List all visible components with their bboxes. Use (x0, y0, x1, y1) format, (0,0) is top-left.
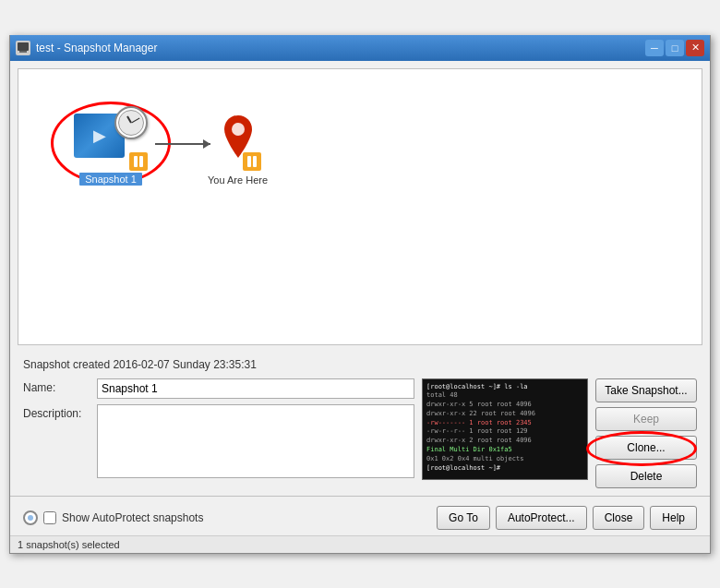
svg-point-3 (28, 515, 33, 521)
close-button[interactable]: Close (593, 506, 645, 530)
name-row: Name: (23, 378, 414, 399)
description-row: Description: (23, 404, 414, 478)
radio-indicator (27, 514, 34, 522)
app-icon (16, 41, 30, 55)
go-to-button[interactable]: Go To (437, 506, 490, 530)
svg-rect-0 (18, 42, 29, 51)
show-autoprotect-label: Show AutoProtect snapshots (62, 511, 203, 524)
clock-icon (114, 106, 148, 139)
autoprotect-radio[interactable] (23, 510, 38, 525)
close-window-button[interactable]: ✕ (686, 40, 704, 56)
snapshot1-icon (74, 106, 148, 171)
svg-rect-1 (19, 51, 27, 53)
snapshot-created-text: Snapshot created 2016-02-07 Sunday 23:35… (23, 358, 697, 371)
info-section: Snapshot created 2016-02-07 Sunday 23:35… (10, 353, 710, 492)
snapshot1-node[interactable]: Snapshot 1 (74, 106, 148, 186)
form-area: Name: Description: [root@localhost ~]# l… (23, 378, 697, 488)
pause-bar-left (134, 156, 138, 167)
here-pause-bar-left (247, 156, 251, 167)
here-pause-icon (243, 152, 261, 171)
clone-btn-wrapper: Clone... (595, 436, 697, 460)
pause-bar-right (139, 156, 143, 167)
action-buttons: Take Snapshot... Keep Clone... Delete (595, 378, 697, 488)
title-bar: test - Snapshot Manager ─ □ ✕ (10, 35, 710, 61)
status-text: 1 snapshot(s) selected (18, 539, 120, 550)
svg-point-2 (232, 123, 245, 136)
help-button[interactable]: Help (650, 506, 697, 530)
here-pause-bar-right (253, 156, 257, 167)
clock-hand-minute (131, 117, 139, 123)
here-icon-container (215, 115, 261, 171)
preview-image: [root@localhost ~]# ls -la total 48 drwx… (422, 378, 588, 480)
clone-button[interactable]: Clone... (595, 436, 697, 460)
keep-button[interactable]: Keep (595, 407, 697, 431)
divider (10, 496, 710, 497)
form-fields: Name: Description: (23, 378, 414, 488)
snapshot1-label: Snapshot 1 (79, 173, 142, 186)
delete-button[interactable]: Delete (595, 464, 697, 488)
show-autoprotect-checkbox[interactable] (43, 511, 56, 524)
name-label: Name: (23, 378, 97, 394)
pause-icon (129, 152, 148, 171)
title-bar-left: test - Snapshot Manager (16, 41, 157, 55)
name-input[interactable] (97, 378, 414, 399)
terminal-preview: [root@localhost ~]# ls -la total 48 drwx… (423, 379, 587, 479)
title-bar-buttons: ─ □ ✕ (645, 40, 704, 56)
maximize-button[interactable]: □ (666, 40, 684, 56)
bottom-bar: Show AutoProtect snapshots Go To AutoPro… (10, 500, 710, 535)
snapshot-canvas: Snapshot 1 You Are (18, 68, 702, 345)
description-label: Description: (23, 404, 97, 420)
autoprotect-button[interactable]: AutoProtect... (496, 506, 587, 530)
here-node: You Are Here (208, 115, 268, 186)
clock-face (118, 110, 144, 136)
description-textarea[interactable] (97, 404, 414, 478)
arrow-connector (155, 143, 210, 145)
status-bar: 1 snapshot(s) selected (10, 535, 710, 553)
window-title: test - Snapshot Manager (36, 42, 157, 54)
snapshot-manager-window: test - Snapshot Manager ─ □ ✕ (9, 35, 711, 554)
take-snapshot-button[interactable]: Take Snapshot... (595, 378, 697, 402)
here-label: You Are Here (208, 174, 268, 186)
minimize-button[interactable]: ─ (645, 40, 664, 56)
